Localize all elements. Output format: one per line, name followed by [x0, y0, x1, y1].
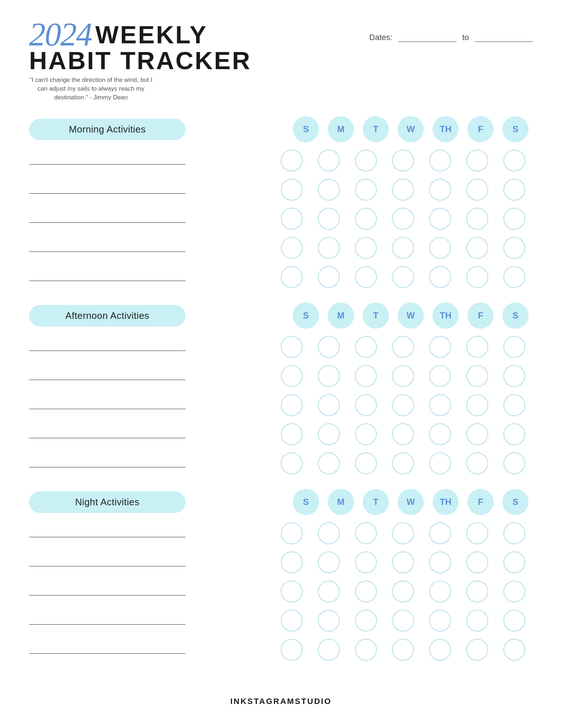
circle-afternoon-1-3[interactable]	[392, 365, 414, 387]
circle-afternoon-2-4[interactable]	[429, 394, 451, 416]
circle-morning-4-3[interactable]	[392, 266, 414, 288]
circle-morning-4-0[interactable]	[281, 266, 303, 288]
circle-night-2-5[interactable]	[466, 581, 488, 602]
activity-line-night-1[interactable]	[29, 555, 186, 566]
circle-night-3-0[interactable]	[281, 610, 303, 632]
circle-morning-1-5[interactable]	[466, 179, 488, 201]
circle-night-3-2[interactable]	[355, 610, 377, 632]
circle-night-1-1[interactable]	[318, 551, 340, 573]
circle-morning-4-1[interactable]	[318, 266, 340, 288]
circle-morning-4-6[interactable]	[503, 266, 525, 288]
circle-afternoon-1-5[interactable]	[466, 365, 488, 387]
circle-night-0-2[interactable]	[355, 522, 377, 544]
circle-afternoon-3-5[interactable]	[466, 423, 488, 445]
circle-afternoon-2-0[interactable]	[281, 394, 303, 416]
circle-night-0-5[interactable]	[466, 522, 488, 544]
circle-afternoon-3-0[interactable]	[281, 423, 303, 445]
circle-night-0-3[interactable]	[392, 522, 414, 544]
circle-morning-4-5[interactable]	[466, 266, 488, 288]
circle-night-3-4[interactable]	[429, 610, 451, 632]
circle-night-2-2[interactable]	[355, 581, 377, 602]
circle-morning-0-2[interactable]	[355, 150, 377, 171]
activity-line-afternoon-4[interactable]	[29, 456, 186, 467]
circle-night-1-6[interactable]	[503, 551, 525, 573]
circle-night-2-4[interactable]	[429, 581, 451, 602]
circle-night-1-4[interactable]	[429, 551, 451, 573]
circle-night-1-3[interactable]	[392, 551, 414, 573]
activity-line-night-4[interactable]	[29, 643, 186, 654]
circle-afternoon-4-2[interactable]	[355, 452, 377, 474]
circle-morning-1-1[interactable]	[318, 179, 340, 201]
circle-morning-4-4[interactable]	[429, 266, 451, 288]
circle-afternoon-3-1[interactable]	[318, 423, 340, 445]
circle-night-4-1[interactable]	[318, 639, 340, 661]
circle-morning-2-0[interactable]	[281, 208, 303, 230]
circle-afternoon-2-2[interactable]	[355, 394, 377, 416]
circle-night-0-6[interactable]	[503, 522, 525, 544]
circle-morning-3-5[interactable]	[466, 237, 488, 259]
circle-night-2-0[interactable]	[281, 581, 303, 602]
circle-afternoon-0-0[interactable]	[281, 336, 303, 358]
circle-morning-0-4[interactable]	[429, 150, 451, 171]
circle-night-2-3[interactable]	[392, 581, 414, 602]
circle-afternoon-2-5[interactable]	[466, 394, 488, 416]
circle-morning-2-2[interactable]	[355, 208, 377, 230]
circle-afternoon-1-4[interactable]	[429, 365, 451, 387]
circle-afternoon-4-1[interactable]	[318, 452, 340, 474]
activity-line-morning-0[interactable]	[29, 154, 186, 165]
circle-night-3-6[interactable]	[503, 610, 525, 632]
circle-morning-3-1[interactable]	[318, 237, 340, 259]
activity-line-afternoon-2[interactable]	[29, 398, 186, 409]
circle-night-2-1[interactable]	[318, 581, 340, 602]
circle-morning-3-2[interactable]	[355, 237, 377, 259]
circle-morning-1-2[interactable]	[355, 179, 377, 201]
circle-afternoon-0-5[interactable]	[466, 336, 488, 358]
circle-afternoon-4-5[interactable]	[466, 452, 488, 474]
circle-morning-4-2[interactable]	[355, 266, 377, 288]
circle-night-4-2[interactable]	[355, 639, 377, 661]
circle-afternoon-4-4[interactable]	[429, 452, 451, 474]
circle-afternoon-2-3[interactable]	[392, 394, 414, 416]
circle-afternoon-3-3[interactable]	[392, 423, 414, 445]
circle-morning-2-4[interactable]	[429, 208, 451, 230]
activity-line-afternoon-0[interactable]	[29, 340, 186, 351]
circle-afternoon-0-6[interactable]	[503, 336, 525, 358]
circle-morning-1-4[interactable]	[429, 179, 451, 201]
circle-morning-2-1[interactable]	[318, 208, 340, 230]
circle-night-4-5[interactable]	[466, 639, 488, 661]
circle-night-3-3[interactable]	[392, 610, 414, 632]
circle-afternoon-2-6[interactable]	[503, 394, 525, 416]
circle-morning-2-3[interactable]	[392, 208, 414, 230]
circle-morning-0-6[interactable]	[503, 150, 525, 171]
dates-to-line[interactable]	[475, 33, 533, 42]
circle-morning-3-0[interactable]	[281, 237, 303, 259]
activity-line-night-3[interactable]	[29, 614, 186, 625]
circle-afternoon-0-2[interactable]	[355, 336, 377, 358]
activity-line-afternoon-1[interactable]	[29, 369, 186, 380]
circle-afternoon-2-1[interactable]	[318, 394, 340, 416]
circle-night-4-4[interactable]	[429, 639, 451, 661]
circle-afternoon-3-2[interactable]	[355, 423, 377, 445]
circle-night-1-0[interactable]	[281, 551, 303, 573]
circle-afternoon-0-3[interactable]	[392, 336, 414, 358]
circle-afternoon-1-6[interactable]	[503, 365, 525, 387]
circle-morning-2-6[interactable]	[503, 208, 525, 230]
circle-night-0-4[interactable]	[429, 522, 451, 544]
circle-night-4-3[interactable]	[392, 639, 414, 661]
circle-night-0-0[interactable]	[281, 522, 303, 544]
circle-night-1-5[interactable]	[466, 551, 488, 573]
activity-line-night-2[interactable]	[29, 585, 186, 596]
circle-night-4-0[interactable]	[281, 639, 303, 661]
circle-morning-3-4[interactable]	[429, 237, 451, 259]
circle-afternoon-4-0[interactable]	[281, 452, 303, 474]
circle-morning-0-5[interactable]	[466, 150, 488, 171]
circle-afternoon-0-1[interactable]	[318, 336, 340, 358]
activity-line-night-0[interactable]	[29, 526, 186, 537]
circle-afternoon-1-0[interactable]	[281, 365, 303, 387]
circle-night-2-6[interactable]	[503, 581, 525, 602]
circle-morning-3-3[interactable]	[392, 237, 414, 259]
dates-from-line[interactable]	[398, 33, 457, 42]
circle-morning-1-0[interactable]	[281, 179, 303, 201]
circle-night-0-1[interactable]	[318, 522, 340, 544]
circle-morning-3-6[interactable]	[503, 237, 525, 259]
